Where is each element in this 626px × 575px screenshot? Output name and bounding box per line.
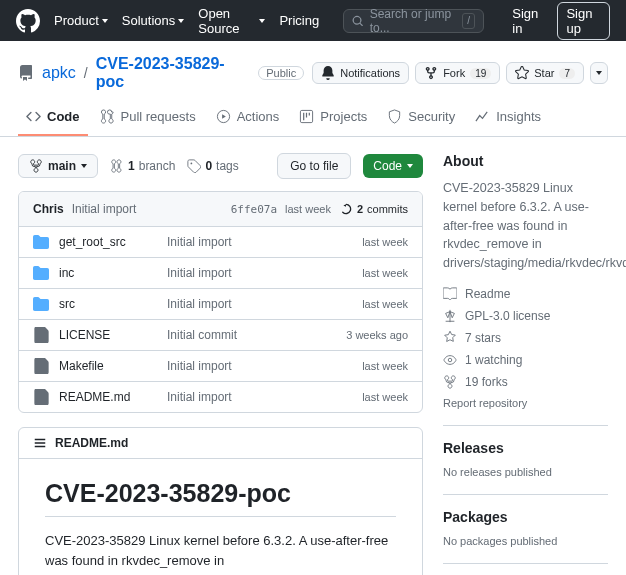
code-button[interactable]: Code [363,154,423,178]
file-time: last week [362,298,408,310]
book-icon [443,287,457,301]
tab-code[interactable]: Code [18,103,88,136]
no-releases: No releases published [443,466,608,478]
table-row: README.mdInitial importlast week [19,382,422,412]
sidebar: About CVE-2023-35829 Linux kernel before… [443,153,608,575]
file-name-link[interactable]: get_root_src [59,235,157,249]
go-to-file-button[interactable]: Go to file [277,153,351,179]
folder-icon [33,265,49,281]
commit-message[interactable]: Initial import [72,202,137,216]
report-repository-link[interactable]: Report repository [443,397,608,409]
commit-time: last week [285,203,331,215]
folder-icon [33,234,49,250]
fork-count: 19 [470,68,491,79]
search-input[interactable]: Search or jump to... / [343,9,484,33]
tab-security[interactable]: Security [379,103,463,136]
readme-header: README.md [19,428,422,459]
readme-box: README.md CVE-2023-35829-poc CVE-2023-35… [18,427,423,575]
stars-link[interactable]: 7 stars [443,331,608,345]
repo-tabs: Code Pull requests Actions Projects Secu… [0,91,626,137]
chevron-down-icon [259,19,265,23]
file-commit-msg[interactable]: Initial import [167,359,352,373]
nav-pricing[interactable]: Pricing [279,13,319,28]
notifications-button[interactable]: Notifications [312,62,409,84]
github-logo[interactable] [16,9,40,33]
file-name-link[interactable]: inc [59,266,157,280]
repo-name-link[interactable]: CVE-2023-35829-poc [96,55,251,91]
law-icon [443,309,457,323]
file-time: last week [362,360,408,372]
chevron-down-icon [596,71,602,75]
file-name-link[interactable]: src [59,297,157,311]
file-commit-msg[interactable]: Initial import [167,266,352,280]
file-commit-msg[interactable]: Initial import [167,235,352,249]
eye-icon [443,353,457,367]
sign-up-button[interactable]: Sign up [557,2,610,40]
readme-link[interactable]: Readme [443,287,608,301]
tab-projects[interactable]: Projects [291,103,375,136]
bell-icon [321,66,335,80]
repo-owner-link[interactable]: apkc [42,64,76,82]
file-name-link[interactable]: LICENSE [59,328,157,342]
sign-in-link[interactable]: Sign in [512,6,543,36]
releases-heading: Releases [443,440,608,456]
list-icon [33,436,47,450]
search-placeholder: Search or jump to... [370,7,456,35]
file-time: last week [362,267,408,279]
global-header: Product Solutions Open Source Pricing Se… [0,0,626,41]
commit-sha[interactable]: 6ffe07a [231,203,277,216]
star-button[interactable]: Star 7 [506,62,584,84]
fork-icon [424,66,438,80]
packages-heading: Packages [443,509,608,525]
branch-select[interactable]: main [18,154,98,178]
file-commit-msg[interactable]: Initial commit [167,328,336,342]
file-name-link[interactable]: Makefile [59,359,157,373]
fork-icon [443,375,457,389]
file-time: last week [362,236,408,248]
file-time: last week [362,391,408,403]
nav-solutions[interactable]: Solutions [122,13,184,28]
visibility-badge: Public [258,66,304,80]
tab-pull-requests[interactable]: Pull requests [92,103,204,136]
about-heading: About [443,153,608,169]
branch-icon [29,159,43,173]
tab-actions[interactable]: Actions [208,103,288,136]
file-commit-msg[interactable]: Initial import [167,297,352,311]
nav-product[interactable]: Product [54,13,108,28]
readme-p1: CVE-2023-35829 Linux kernel before 6.3.2… [45,531,396,575]
forks-link[interactable]: 19 forks [443,375,608,389]
fork-button[interactable]: Fork 19 [415,62,500,84]
svg-point-2 [191,163,193,165]
search-icon [352,14,364,28]
chevron-down-icon [407,164,413,168]
license-link[interactable]: GPL-3.0 license [443,309,608,323]
more-button[interactable] [590,62,608,84]
tab-insights[interactable]: Insights [467,103,549,136]
commit-author[interactable]: Chris [33,202,64,216]
file-name-link[interactable]: README.md [59,390,157,404]
svg-point-3 [448,358,452,362]
star-icon [443,331,457,345]
slash-hint: / [462,13,476,29]
branch-bar: main 1branch 0tags Go to file Code [18,153,423,179]
file-commit-msg[interactable]: Initial import [167,390,352,404]
file-icon [33,358,49,374]
readme-filename[interactable]: README.md [55,436,128,450]
watching-link[interactable]: 1 watching [443,353,608,367]
table-row: LICENSEInitial commit3 weeks ago [19,320,422,351]
nav-opensource[interactable]: Open Source [198,6,265,36]
history-icon [339,202,353,216]
no-packages: No packages published [443,535,608,547]
last-commit-bar: Chris Initial import 6ffe07a last week 2… [19,192,422,227]
file-icon [33,327,49,343]
folder-icon [33,296,49,312]
file-browser: Chris Initial import 6ffe07a last week 2… [18,191,423,413]
table-row: MakefileInitial importlast week [19,351,422,382]
file-icon [33,389,49,405]
table-row: srcInitial importlast week [19,289,422,320]
tags-link[interactable]: 0tags [187,159,238,173]
branches-link[interactable]: 1branch [110,159,175,173]
chevron-down-icon [178,19,184,23]
commits-link[interactable]: 2commits [339,202,408,216]
readme-h1: CVE-2023-35829-poc [45,479,396,517]
